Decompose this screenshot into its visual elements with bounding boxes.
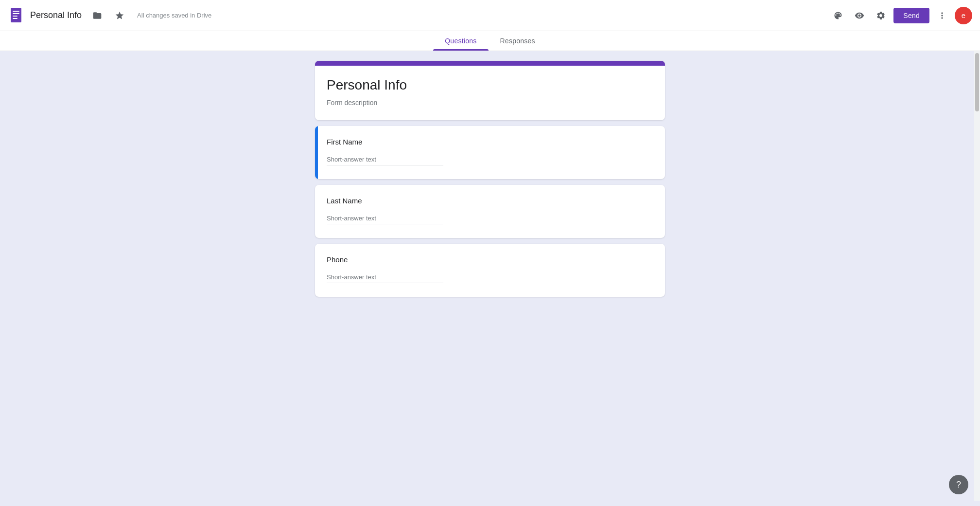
main-content: Personal Info Form description First Nam… xyxy=(0,51,980,501)
help-button[interactable]: ? xyxy=(949,475,968,494)
question-card-last-name[interactable]: Last Name Short-answer text xyxy=(315,185,665,238)
tabs-bar: Questions Responses xyxy=(0,31,980,51)
tab-responses[interactable]: Responses xyxy=(489,31,547,51)
short-answer-placeholder-last-name: Short-answer text xyxy=(327,215,443,224)
question-card-first-name[interactable]: First Name Short-answer text xyxy=(315,126,665,179)
tab-questions[interactable]: Questions xyxy=(433,31,488,51)
star-button[interactable] xyxy=(111,7,128,24)
app-icon xyxy=(8,7,25,24)
preview-icon xyxy=(855,11,864,20)
settings-icon xyxy=(876,11,886,20)
short-answer-placeholder-first-name: Short-answer text xyxy=(327,156,443,165)
svg-rect-2 xyxy=(13,13,19,14)
short-answer-placeholder-phone: Short-answer text xyxy=(327,273,443,283)
toolbar-right: Send e xyxy=(829,7,972,24)
question-label-phone: Phone xyxy=(327,255,653,264)
toolbar: Personal Info All changes saved in Drive xyxy=(0,0,980,31)
question-body-phone: Phone Short-answer text xyxy=(315,244,665,297)
svg-rect-3 xyxy=(13,16,18,17)
header-card-body: Personal Info Form description xyxy=(315,66,665,120)
palette-icon xyxy=(833,11,843,20)
toolbar-left: Personal Info All changes saved in Drive xyxy=(8,7,829,24)
question-label-last-name: Last Name xyxy=(327,197,653,205)
question-body-first-name: First Name Short-answer text xyxy=(315,126,665,179)
short-answer-field-phone: Short-answer text xyxy=(327,273,653,283)
doc-title: Personal Info xyxy=(30,10,82,20)
svg-rect-1 xyxy=(13,11,19,12)
send-button[interactable]: Send xyxy=(893,8,929,23)
folder-icon xyxy=(92,11,102,20)
short-answer-field-last-name: Short-answer text xyxy=(327,215,653,224)
question-card-phone[interactable]: Phone Short-answer text xyxy=(315,244,665,297)
svg-rect-4 xyxy=(13,18,18,19)
folder-button[interactable] xyxy=(88,7,106,24)
question-label-first-name: First Name xyxy=(327,138,653,146)
star-icon xyxy=(115,11,124,20)
form-title: Personal Info xyxy=(327,77,653,93)
avatar[interactable]: e xyxy=(955,7,972,24)
scrollbar[interactable] xyxy=(974,51,980,501)
palette-button[interactable] xyxy=(829,7,847,24)
scrollbar-thumb xyxy=(975,53,979,111)
preview-button[interactable] xyxy=(851,7,868,24)
auto-save-status: All changes saved in Drive xyxy=(137,12,211,19)
more-vert-icon xyxy=(937,11,947,20)
more-options-button[interactable] xyxy=(933,7,951,24)
svg-rect-0 xyxy=(11,8,21,22)
short-answer-field-first-name: Short-answer text xyxy=(327,156,653,165)
form-header-card: Personal Info Form description xyxy=(315,61,665,120)
question-body-last-name: Last Name Short-answer text xyxy=(315,185,665,238)
settings-button[interactable] xyxy=(872,7,890,24)
form-description: Form description xyxy=(327,99,653,107)
